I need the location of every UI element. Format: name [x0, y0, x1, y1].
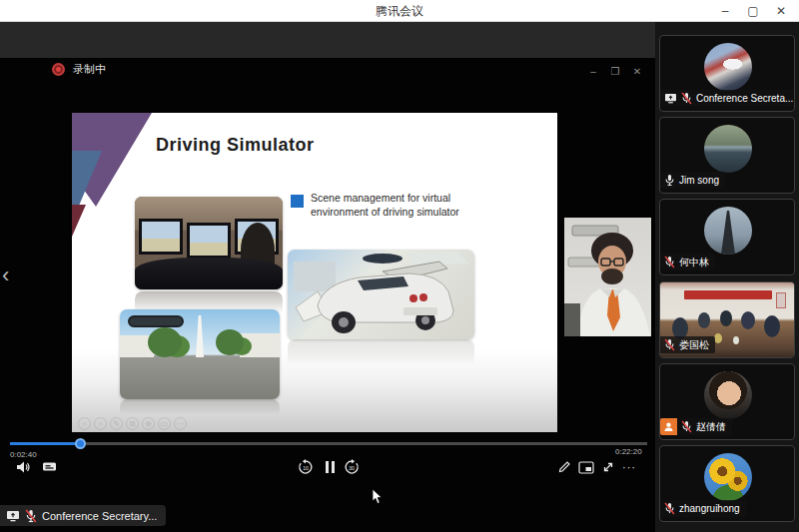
car-render-graphic [288, 250, 474, 339]
monument-shape [196, 315, 204, 357]
mouse-cursor [372, 489, 383, 509]
slide-bullet-text: Scene management for virtual environment… [311, 192, 468, 220]
participant-tile-hezhonglin[interactable]: 何中林 [659, 199, 795, 275]
screen-share-icon [664, 93, 677, 104]
shared-restore-icon[interactable]: ❐ [609, 66, 621, 77]
titlebar: 腾讯会议 – ▢ ✕ [0, 0, 799, 22]
member-badge-icon [660, 418, 677, 435]
avatar-lake-landscape [704, 125, 752, 173]
previous-page-chevron-icon[interactable]: ‹ [2, 265, 9, 286]
virtual-scene-image [120, 309, 280, 399]
presenter-video[interactable] [564, 218, 651, 336]
playback-progress-bar[interactable] [10, 442, 647, 445]
stage-owner-name: Conference Secretary... [42, 510, 157, 522]
total-duration: 0:22:20 [615, 447, 642, 456]
picture-in-picture-button[interactable] [577, 458, 595, 476]
tencent-meeting-window: 腾讯会议 – ▢ ✕ 录制中 – ❐ ✕ ‹ Driving Simulator… [0, 0, 799, 532]
mic-on-icon [664, 174, 675, 187]
participant-tile-conference-secretary[interactable]: Conference Secreta... [659, 35, 795, 112]
presenter-graphic [564, 218, 651, 336]
maximize-icon[interactable]: ▢ [739, 0, 767, 22]
participant-tile-zhangruihong[interactable]: zhangruihong [659, 445, 795, 522]
participants-sidebar: Conference Secreta... Jim song [655, 22, 799, 532]
more-icon: ··· [622, 461, 636, 473]
participant-name: 何中林 [679, 256, 709, 269]
participant-tile-zhaoqianqian[interactable]: 赵倩倩 [659, 363, 795, 440]
avatar-eiffel-tower [704, 207, 752, 255]
main-stage: 录制中 – ❐ ✕ ‹ Driving Simulator Scene mana… [0, 22, 655, 532]
simulator-photo [135, 197, 283, 289]
slide-overview-icon[interactable]: ⧉ [126, 417, 139, 430]
rewind-10s-button[interactable]: 10 [297, 458, 315, 476]
participant-name: Conference Secreta... [696, 93, 793, 104]
participant-nametag: 何中林 [660, 254, 715, 270]
slide-prev-icon[interactable]: ‹ [78, 417, 91, 430]
mic-muted-icon [681, 92, 692, 105]
slide-pen-icon[interactable]: ✎ [110, 417, 123, 430]
window-controls: – ▢ ✕ [711, 0, 795, 22]
mic-muted-icon [681, 420, 692, 433]
rearview-mirror-shape [128, 315, 184, 327]
window-title: 腾讯会议 [0, 3, 799, 20]
slide-more-icon[interactable]: ⋯ [174, 417, 187, 430]
participant-nametag: 赵倩倩 [660, 418, 732, 435]
participant-name: 娄国松 [679, 338, 709, 352]
stage-top-strip [0, 22, 655, 58]
recording-label: 录制中 [73, 62, 106, 77]
slide-zoom-icon[interactable]: ⊕ [142, 417, 155, 430]
progress-fill [10, 442, 80, 445]
virtual-car-reflection [288, 339, 474, 369]
avatar-sunflowers [704, 453, 752, 501]
screen-share-icon [6, 510, 20, 522]
stage-owner-nametag: Conference Secretary... [0, 505, 166, 526]
mic-muted-icon [25, 509, 37, 523]
progress-handle[interactable] [75, 438, 86, 449]
participant-nametag: Jim song [660, 172, 725, 189]
virtual-scene-reflection [120, 399, 280, 417]
more-options-button[interactable]: ··· [620, 458, 638, 476]
slideshow-nav-controls: ‹ › ✎ ⧉ ⊕ ▭ ⋯ [78, 417, 187, 430]
forward-30s-button[interactable]: 30 [343, 458, 361, 476]
recording-indicator: 录制中 [52, 62, 106, 77]
recording-dot-icon [52, 63, 65, 76]
forward-amount: 30 [343, 465, 361, 471]
participant-name: Jim song [679, 175, 719, 186]
subtitle-panel-button[interactable] [40, 458, 58, 476]
pause-button[interactable] [321, 458, 339, 476]
participant-nametag: 娄国松 [660, 336, 715, 353]
mic-muted-icon [664, 338, 675, 351]
mic-muted-icon [664, 502, 675, 515]
participant-tile-jim-song[interactable]: Jim song [659, 117, 795, 194]
slide-title: Driving Simulator [156, 135, 315, 156]
mic-muted-icon [664, 256, 675, 268]
participant-name: 赵倩倩 [696, 420, 726, 434]
rewind-amount: 10 [297, 465, 315, 471]
slide-subtitle-icon[interactable]: ▭ [158, 417, 171, 430]
slide-next-icon[interactable]: › [94, 417, 107, 430]
virtual-car-image [288, 250, 474, 339]
shared-slide: Driving Simulator Scene management for v… [72, 113, 557, 432]
shared-window-controls: – ❐ ✕ [587, 66, 643, 77]
participant-nametag: zhangruihong [660, 500, 746, 517]
participant-tile-louguosong[interactable]: 娄国松 [659, 281, 795, 358]
shared-close-icon[interactable]: ✕ [631, 66, 643, 77]
close-icon[interactable]: ✕ [767, 0, 795, 22]
fullscreen-button[interactable] [599, 458, 617, 476]
shared-minimize-icon[interactable]: – [587, 66, 599, 77]
volume-button[interactable] [14, 458, 32, 476]
slide-decor-triangle-maroon [72, 205, 86, 237]
annotate-button[interactable] [555, 458, 573, 476]
avatar-vr-headset [704, 43, 752, 91]
pause-icon [326, 461, 335, 473]
minimize-icon[interactable]: – [711, 0, 739, 22]
avatar-woman-portrait [704, 371, 752, 419]
bullet-square-icon [291, 195, 304, 208]
participant-name: zhangruihong [679, 503, 740, 514]
participant-nametag: Conference Secreta... [660, 90, 795, 107]
